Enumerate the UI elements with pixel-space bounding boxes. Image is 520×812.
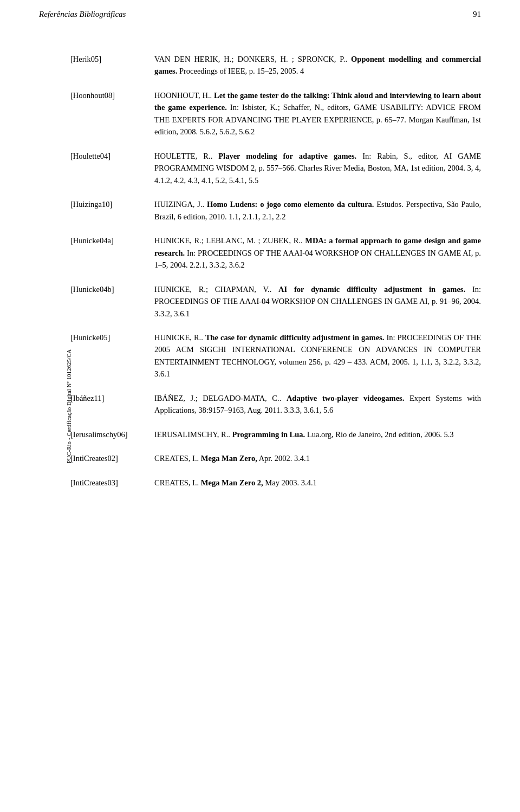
ref-label-hunicke04a: [Hunicke04a] — [70, 235, 154, 271]
page-container: PUC-Rio - Certificação Digital Nº 101262… — [0, 0, 520, 812]
references-content: [Herik05]VAN DEN HERIK, H.; DONKERS, H. … — [70, 22, 481, 489]
ref-text-inticreates03: CREATES, I.. Mega Man Zero 2, May 2003. … — [154, 477, 481, 489]
ref-label-huizinga10: [Huizinga10] — [70, 198, 154, 223]
ref-entry-ierusalimschy06: [Ierusalimschy06]IERUSALIMSCHY, R.. Prog… — [70, 428, 481, 440]
ref-text-ibanez11: IBÁÑEZ, J.; DELGADO-MATA, C.. Adaptive t… — [154, 392, 481, 417]
page-number: 91 — [473, 10, 481, 19]
ref-label-houlette04: [Houlette04] — [70, 150, 154, 186]
ref-entry-hunicke05: [Hunicke05]HUNICKE, R.. The case for dyn… — [70, 332, 481, 380]
ref-entry-huizinga10: [Huizinga10]HUIZINGA, J.. Homo Ludens: o… — [70, 198, 481, 223]
ref-label-inticreates02: [IntiCreates02] — [70, 452, 154, 464]
references-list: [Herik05]VAN DEN HERIK, H.; DONKERS, H. … — [70, 53, 481, 489]
ref-entry-inticreates03: [IntiCreates03]CREATES, I.. Mega Man Zer… — [70, 477, 481, 489]
ref-text-hoonhout08: HOONHOUT, H.. Let the game tester do the… — [154, 89, 481, 138]
ref-label-hunicke05: [Hunicke05] — [70, 332, 154, 380]
ref-text-houlette04: HOULETTE, R.. Player modeling for adapti… — [154, 150, 481, 186]
ref-text-hunicke05: HUNICKE, R.. The case for dynamic diffic… — [154, 332, 481, 380]
ref-text-huizinga10: HUIZINGA, J.. Homo Ludens: o jogo como e… — [154, 198, 481, 223]
ref-text-inticreates02: CREATES, I.. Mega Man Zero, Apr. 2002. 3… — [154, 452, 481, 464]
ref-text-ierusalimschy06: IERUSALIMSCHY, R.. Programming in Lua. L… — [154, 428, 481, 440]
ref-entry-hoonhout08: [Hoonhout08]HOONHOUT, H.. Let the game t… — [70, 89, 481, 138]
ref-label-ierusalimschy06: [Ierusalimschy06] — [70, 428, 154, 440]
ref-text-hunicke04a: HUNICKE, R.; LEBLANC, M. ; ZUBEK, R.. MD… — [154, 235, 481, 271]
ref-label-ibanez11: [Ibáñez11] — [70, 392, 154, 417]
ref-entry-inticreates02: [IntiCreates02]CREATES, I.. Mega Man Zer… — [70, 452, 481, 464]
ref-label-herik05: [Herik05] — [70, 53, 154, 77]
ref-entry-herik05: [Herik05]VAN DEN HERIK, H.; DONKERS, H. … — [70, 53, 481, 77]
page-header-title: Referências Bibliográficas — [39, 10, 126, 19]
ref-text-herik05: VAN DEN HERIK, H.; DONKERS, H. ; SPRONCK… — [154, 53, 481, 77]
ref-label-hunicke04b: [Hunicke04b] — [70, 283, 154, 320]
sidebar-certification: PUC-Rio - Certificação Digital Nº 101262… — [66, 349, 72, 463]
ref-label-inticreates03: [IntiCreates03] — [70, 477, 154, 489]
ref-text-hunicke04b: HUNICKE, R.; CHAPMAN, V.. AI for dynamic… — [154, 283, 481, 320]
ref-entry-houlette04: [Houlette04]HOULETTE, R.. Player modelin… — [70, 150, 481, 186]
ref-entry-ibanez11: [Ibáñez11]IBÁÑEZ, J.; DELGADO-MATA, C.. … — [70, 392, 481, 417]
ref-entry-hunicke04b: [Hunicke04b]HUNICKE, R.; CHAPMAN, V.. AI… — [70, 283, 481, 320]
ref-entry-hunicke04a: [Hunicke04a]HUNICKE, R.; LEBLANC, M. ; Z… — [70, 235, 481, 271]
ref-label-hoonhout08: [Hoonhout08] — [70, 89, 154, 138]
